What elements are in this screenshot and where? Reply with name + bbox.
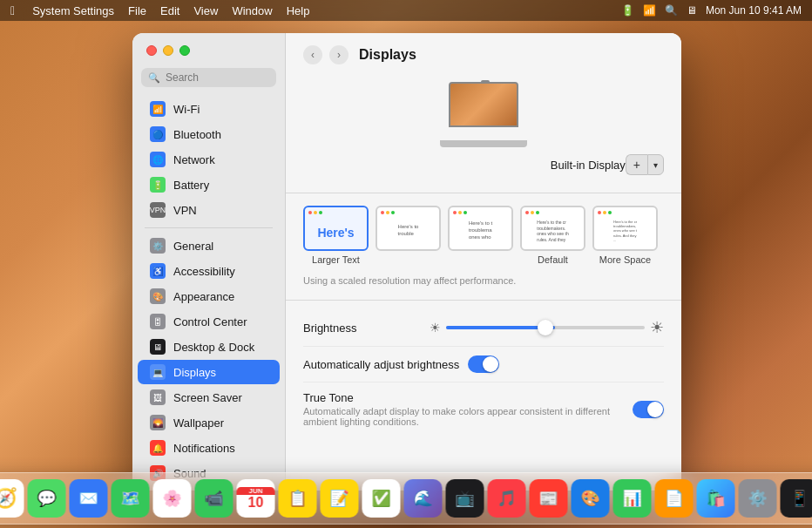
dock-safari[interactable]: 🧭 xyxy=(0,479,24,518)
dock-freeform[interactable]: 📋 xyxy=(279,479,317,518)
true-tone-sublabel: Automatically adapt display to make colo… xyxy=(303,406,624,427)
dock-music[interactable]: 🎵 xyxy=(488,479,526,518)
dock-reminders[interactable]: ✅ xyxy=(362,479,401,518)
res-preview-larger: Here's xyxy=(303,206,369,251)
res-preview-3: Here's to ttroublemaones who xyxy=(448,206,513,251)
sidebar-item-screen-saver[interactable]: 🖼 Screen Saver xyxy=(138,385,280,410)
res-preview-2: Here's totrouble xyxy=(376,206,441,251)
dock-mail[interactable]: ✉️ xyxy=(70,479,108,518)
true-tone-label: True Tone xyxy=(303,391,624,404)
larger-text-preview: Here's xyxy=(317,226,354,240)
sidebar-item-bluetooth[interactable]: 🔵 Bluetooth xyxy=(138,122,280,146)
wallpaper-sidebar-icon: 🌄 xyxy=(150,415,166,430)
sidebar-battery-label: Battery xyxy=(173,179,209,192)
dock-appstore[interactable]: 🛍️ xyxy=(697,479,735,518)
dock-appletv[interactable]: 📺 xyxy=(446,479,484,518)
search-bar[interactable]: 🔍 xyxy=(141,68,276,87)
dot-red-d xyxy=(525,211,529,214)
close-button[interactable] xyxy=(146,45,157,56)
resolution-option-3[interactable]: Here's to ttroublemaones who xyxy=(448,206,513,265)
menubar-window[interactable]: Window xyxy=(232,4,272,17)
menubar:  System Settings File Edit View Window … xyxy=(0,0,812,21)
dock-maps[interactable]: 🗺️ xyxy=(112,479,150,518)
dot-green-m xyxy=(608,211,612,214)
brightness-slider-track[interactable] xyxy=(446,326,645,329)
resolution-default[interactable]: Here's to the crtroublemakers.ones who s… xyxy=(520,206,585,265)
screen-icon[interactable]: 🖥 xyxy=(687,4,697,17)
sidebar-item-notifications[interactable]: 🔔 Notifications xyxy=(138,436,280,460)
dock-notes[interactable]: 📝 xyxy=(321,479,359,518)
display-name-wrapper: Built-in Display + ▾ xyxy=(303,154,664,179)
text-preview-3: Here's to ttroublemaones who xyxy=(465,213,496,242)
back-button[interactable]: ‹ xyxy=(303,45,322,64)
brightness-slider-thumb[interactable] xyxy=(538,320,553,335)
resolution-option-2[interactable]: Here's totrouble xyxy=(376,206,441,265)
dot-green-d xyxy=(536,211,539,214)
dock-iphone-mirror[interactable]: 📱 xyxy=(781,479,813,518)
auto-brightness-toggle[interactable] xyxy=(468,355,499,373)
sidebar-notifications-label: Notifications xyxy=(173,442,235,455)
sidebar-item-wifi[interactable]: 📶 Wi-Fi xyxy=(138,97,280,121)
battery-icon: 🔋 xyxy=(621,4,634,17)
dots-3 xyxy=(453,211,467,214)
minimize-button[interactable] xyxy=(163,45,173,56)
sidebar-bluetooth-label: Bluetooth xyxy=(173,128,221,141)
sidebar-item-desktop-dock[interactable]: 🖥 Desktop & Dock xyxy=(138,335,280,359)
forward-button[interactable]: › xyxy=(329,45,348,64)
auto-brightness-toggle-knob xyxy=(483,356,498,372)
dock-news[interactable]: 📰 xyxy=(530,479,568,518)
search-input[interactable] xyxy=(166,71,269,84)
dock-system-settings[interactable]: ⚙️ xyxy=(739,479,777,518)
menubar-help[interactable]: Help xyxy=(287,4,310,17)
apple-logo[interactable]:  xyxy=(10,3,15,17)
dock-messages[interactable]: 💬 xyxy=(28,479,66,518)
resolution-more-space[interactable]: Here's to the crtroublemakers,ones who s… xyxy=(592,206,658,265)
appearance-sidebar-icon: 🎨 xyxy=(150,288,166,304)
sidebar-item-wallpaper[interactable]: 🌄 Wallpaper xyxy=(138,410,280,435)
datetime: Mon Jun 10 9:41 AM xyxy=(706,4,802,17)
true-tone-toggle[interactable] xyxy=(633,401,664,418)
sidebar-item-appearance[interactable]: 🎨 Appearance xyxy=(138,284,280,308)
menubar-view[interactable]: View xyxy=(193,4,218,17)
menubar-file[interactable]: File xyxy=(128,4,146,17)
search-menubar-icon[interactable]: 🔍 xyxy=(665,4,678,17)
sidebar-item-general[interactable]: ⚙️ General xyxy=(138,234,280,258)
resolution-larger-text[interactable]: Here's Larger Text xyxy=(303,206,369,265)
dock-numbers[interactable]: 📊 xyxy=(613,479,652,518)
text-preview-default: Here's to the crtroublemakers.ones who s… xyxy=(533,213,572,244)
settings-section: Brightness ☀ ☀ Automatically adjust brig… xyxy=(286,301,681,444)
dock-arc[interactable]: 🌊 xyxy=(404,479,443,518)
display-preview-image xyxy=(440,82,527,147)
dots-more xyxy=(598,211,612,214)
sidebar-divider xyxy=(145,227,273,228)
dock-photos[interactable]: 🌸 xyxy=(153,479,192,518)
add-display-chevron[interactable]: ▾ xyxy=(647,154,664,175)
add-display-plus[interactable]: + xyxy=(626,154,647,175)
dot-green-2 xyxy=(391,211,395,214)
laptop-notch xyxy=(481,80,490,84)
laptop-base xyxy=(440,140,527,147)
menubar-edit[interactable]: Edit xyxy=(160,4,179,17)
sidebar-item-control-center[interactable]: 🎛 Control Center xyxy=(138,309,280,334)
desktop-dock-sidebar-icon: 🖥 xyxy=(150,339,166,355)
accessibility-sidebar-icon: ♿ xyxy=(150,263,166,279)
dock: 🙂 ⊞ 🧭 💬 ✉️ 🗺️ 🌸 📹 JUN10 📋 📝 ✅ 🌊 📺 🎵 📰 🎨 … xyxy=(0,472,812,525)
sidebar-control-center-label: Control Center xyxy=(173,315,247,328)
dock-keynote[interactable]: 🎨 xyxy=(572,479,610,518)
sidebar-item-accessibility[interactable]: ♿ Accessibility xyxy=(138,259,280,283)
sidebar-item-displays[interactable]: 💻 Displays xyxy=(138,360,280,384)
menubar-app-name[interactable]: System Settings xyxy=(32,4,114,17)
sidebar-item-battery[interactable]: 🔋 Battery xyxy=(138,173,280,197)
add-display-button[interactable]: + ▾ xyxy=(626,154,664,175)
dot-yellow-m xyxy=(603,211,606,214)
text-preview-2: Here's totrouble xyxy=(395,217,423,240)
sidebar-item-network[interactable]: 🌐 Network xyxy=(138,147,280,172)
sidebar-network-label: Network xyxy=(173,153,215,166)
maximize-button[interactable] xyxy=(179,45,190,56)
auto-brightness-label: Automatically adjust brightness xyxy=(303,358,459,371)
sidebar-item-vpn[interactable]: VPN VPN xyxy=(138,198,280,222)
dock-calendar[interactable]: JUN10 xyxy=(237,479,275,518)
dock-pages[interactable]: 📄 xyxy=(655,479,694,518)
dock-facetime[interactable]: 📹 xyxy=(195,479,233,518)
brightness-slider-container[interactable]: ☀ ☀ xyxy=(430,318,664,337)
